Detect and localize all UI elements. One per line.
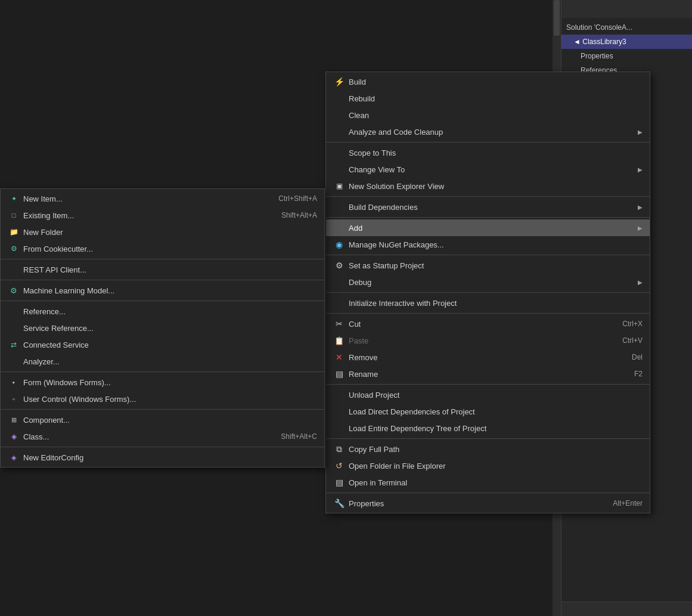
class-sub-icon: ◈ <box>8 431 20 442</box>
menu-item-open-terminal[interactable]: ▤Open in Terminal <box>326 474 650 491</box>
menu-item-copy-path[interactable]: ⧉Copy Full Path <box>326 441 650 457</box>
menu-item-rename[interactable]: ▤RenameF2 <box>326 366 650 382</box>
analyze-arrow: ▶ <box>638 129 643 135</box>
debug-arrow: ▶ <box>638 279 643 286</box>
submenu-separator-sep-sub1 <box>1 259 324 259</box>
menu-item-build[interactable]: ⚡Build <box>326 73 650 90</box>
load-direct-icon-spacer <box>333 405 345 417</box>
menu-item-analyze[interactable]: Analyze and Code Cleanup▶ <box>326 123 650 140</box>
menu-item-startup[interactable]: ⚙Set as Startup Project <box>326 257 650 274</box>
git-bar[interactable] <box>561 602 692 616</box>
menu-item-change-view[interactable]: Change View To▶ <box>326 161 650 178</box>
menu-item-load-direct[interactable]: Load Direct Dependencies of Project <box>326 403 650 420</box>
menu-item-debug[interactable]: Debug▶ <box>326 274 650 290</box>
new-item-sub-shortcut: Ctrl+Shift+A <box>278 194 317 203</box>
menu-item-unload[interactable]: Unload Project <box>326 386 650 403</box>
submenu-item-analyzer[interactable]: Analyzer... <box>1 353 324 370</box>
submenu-item-user-control[interactable]: ▫User Control (Windows Forms)... <box>1 391 324 407</box>
nuget-icon: ◉ <box>333 239 345 250</box>
menu-item-open-folder[interactable]: ↺Open Folder in File Explorer <box>326 457 650 474</box>
submenu-item-service-ref[interactable]: Service Reference... <box>1 320 324 336</box>
menu-separator-sep5 <box>326 292 650 293</box>
connected-svc-sub-icon: ⇄ <box>8 339 20 351</box>
se-item-2[interactable]: Properties <box>561 49 692 63</box>
load-entire-icon-spacer <box>333 422 345 434</box>
cookiecutter-sub-label: From Cookiecutter... <box>23 244 317 253</box>
menu-item-new-se-view[interactable]: ▣New Solution Explorer View <box>326 178 650 194</box>
reference-sub-icon-spacer <box>8 305 20 317</box>
cut-label: Cut <box>349 320 610 329</box>
open-terminal-label: Open in Terminal <box>349 478 643 487</box>
submenu-item-editorconfig[interactable]: ◈New EditorConfig <box>1 449 324 466</box>
submenu-item-rest-api[interactable]: REST API Client... <box>1 261 324 278</box>
build-dep-icon-spacer <box>333 201 345 213</box>
context-menu: ⚡BuildRebuildCleanAnalyze and Code Clean… <box>325 72 650 513</box>
menu-item-cut[interactable]: ✂CutCtrl+X <box>326 315 650 332</box>
change-view-icon-spacer <box>333 163 345 175</box>
user-control-sub-label: User Control (Windows Forms)... <box>23 395 317 404</box>
se-item-0[interactable]: Solution 'ConsoleA... <box>561 20 692 35</box>
rebuild-label: Rebuild <box>349 94 643 103</box>
menu-separator-sep4 <box>326 255 650 255</box>
menu-item-paste[interactable]: 📋PasteCtrl+V <box>326 332 650 349</box>
scope-label: Scope to This <box>349 148 643 157</box>
menu-item-build-dep[interactable]: Build Dependencies▶ <box>326 199 650 215</box>
open-terminal-icon: ▤ <box>333 476 345 488</box>
existing-item-sub-icon: □ <box>8 209 20 221</box>
ml-model-sub-label: Machine Learning Model... <box>23 286 317 295</box>
submenu-item-new-folder[interactable]: 📁New Folder <box>1 224 324 240</box>
submenu-item-form[interactable]: ▪Form (Windows Forms)... <box>1 374 324 391</box>
add-label: Add <box>349 224 633 233</box>
build-icon: ⚡ <box>333 76 345 88</box>
class-sub-shortcut: Shift+Alt+C <box>281 432 317 441</box>
submenu-item-reference[interactable]: Reference... <box>1 303 324 320</box>
menu-item-load-entire[interactable]: Load Entire Dependency Tree of Project <box>326 420 650 437</box>
cookiecutter-sub-icon: ⚙ <box>8 243 20 255</box>
open-folder-label: Open Folder in File Explorer <box>349 462 643 470</box>
submenu-item-connected-svc[interactable]: ⇄Connected Service <box>1 336 324 353</box>
menu-separator-sep6 <box>326 313 650 314</box>
add-icon-spacer <box>333 222 345 234</box>
menu-item-interactive[interactable]: Initialize Interactive with Project <box>326 295 650 311</box>
menu-separator-sep2 <box>326 196 650 197</box>
submenu-separator-sep-sub6 <box>1 447 324 447</box>
startup-label: Set as Startup Project <box>349 261 643 270</box>
submenu-item-existing-item[interactable]: □Existing Item...Shift+Alt+A <box>1 207 324 224</box>
properties-shortcut: Alt+Enter <box>613 499 643 507</box>
new-item-sub-label: New Item... <box>23 194 266 203</box>
add-submenu: ✦New Item...Ctrl+Shift+A□Existing Item..… <box>0 188 325 468</box>
rest-api-sub-label: REST API Client... <box>23 265 317 274</box>
rest-api-sub-icon-spacer <box>8 264 20 276</box>
new-item-sub-icon: ✦ <box>8 193 20 205</box>
properties-label: Properties <box>349 499 601 508</box>
submenu-item-class[interactable]: ◈Class...Shift+Alt+C <box>1 428 324 445</box>
se-item-1[interactable]: ◄ ClassLibrary3 <box>561 35 692 49</box>
menu-item-rebuild[interactable]: Rebuild <box>326 90 650 107</box>
component-sub-icon: ⊞ <box>8 414 20 426</box>
scrollbar-thumb[interactable] <box>554 0 560 36</box>
submenu-item-cookiecutter[interactable]: ⚙From Cookiecutter... <box>1 240 324 257</box>
menu-item-clean[interactable]: Clean <box>326 107 650 123</box>
menu-item-remove[interactable]: ✕RemoveDel <box>326 349 650 366</box>
rename-label: Rename <box>349 370 622 379</box>
unload-icon-spacer <box>333 389 345 401</box>
paste-label: Paste <box>349 336 610 345</box>
menu-item-properties[interactable]: 🔧PropertiesAlt+Enter <box>326 495 650 512</box>
menu-item-nuget[interactable]: ◉Manage NuGet Packages... <box>326 236 650 253</box>
submenu-separator-sep-sub3 <box>1 301 324 301</box>
remove-label: Remove <box>349 353 620 362</box>
connected-svc-sub-label: Connected Service <box>23 340 317 349</box>
analyze-icon-spacer <box>333 126 345 138</box>
class-sub-label: Class... <box>23 432 269 441</box>
analyze-label: Analyze and Code Cleanup <box>349 128 633 137</box>
submenu-item-new-item[interactable]: ✦New Item...Ctrl+Shift+A <box>1 190 324 207</box>
menu-item-scope[interactable]: Scope to This <box>326 144 650 161</box>
add-arrow: ▶ <box>638 225 643 231</box>
submenu-item-component[interactable]: ⊞Component... <box>1 411 324 428</box>
existing-item-sub-shortcut: Shift+Alt+A <box>281 211 317 219</box>
load-entire-label: Load Entire Dependency Tree of Project <box>349 424 643 433</box>
submenu-item-ml-model[interactable]: ⚙Machine Learning Model... <box>1 282 324 299</box>
menu-item-add[interactable]: Add▶ <box>326 219 650 236</box>
component-sub-label: Component... <box>23 416 317 425</box>
new-folder-sub-label: New Folder <box>23 228 317 237</box>
